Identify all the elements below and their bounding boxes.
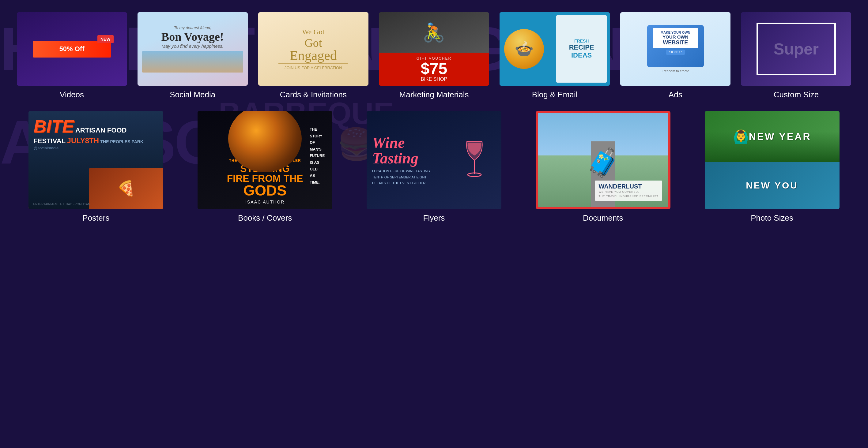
thumb-custom-size: Super	[741, 12, 851, 86]
top-row: NEW 50% Off Videos To my dearest friend,…	[0, 0, 868, 103]
flyers-tasting: Tasting	[372, 151, 453, 165]
posters-label: Posters	[83, 213, 109, 223]
thumb-videos: NEW 50% Off	[17, 12, 127, 86]
category-photo-sizes[interactable]: 🙆‍♂️ NEW YEAR NEW YOU Photo Sizes	[688, 109, 856, 225]
docs-wanderlust-box: WANDERLUST WE HAVE YOU COVERED. THE TRAV…	[595, 180, 662, 201]
photo-sizes-label: Photo Sizes	[751, 213, 793, 223]
books-story-text: THESTORYOFMAN'SFUTUREIS ASOLDASTIME.	[310, 126, 325, 186]
thumb-marketing: 🚴 GIFT VOUCHER $75 BIKE SHOP	[379, 12, 489, 86]
posters-july: JULY8TH	[67, 136, 99, 145]
thumb-blog-email: 🍲 FRESH RECIPE IDEAS	[500, 12, 610, 86]
category-books-covers[interactable]: THESTORYOFMAN'SFUTUREIS ASOLDASTIME. THE…	[181, 109, 349, 225]
social-greeting: To my dearest friend,	[174, 25, 211, 30]
marketing-top: 🚴	[379, 12, 489, 53]
posters-bite: BITE	[33, 116, 74, 136]
docs-wanderlust-title: WANDERLUST	[598, 183, 658, 190]
videos-label: Videos	[60, 90, 84, 99]
marketing-price: $75	[421, 61, 447, 76]
ads-own: YOUR OWN	[662, 34, 688, 39]
category-cards[interactable]: We Got Got Engaged JOIN US FOR A CELEBRA…	[254, 9, 373, 103]
photos-newyear-text: NEW YEAR	[749, 131, 811, 142]
thumb-books: THESTORYOFMAN'SFUTUREIS ASOLDASTIME. THE…	[197, 111, 332, 209]
docs-wanderlust-sub2: THE TRAVEL INSURANCE SPECIALIST	[598, 194, 658, 199]
ads-screen: MAKE YOUR OWN YOUR OWN WEBSITE	[653, 28, 698, 48]
photos-top-half: 🙆‍♂️ NEW YEAR	[705, 111, 839, 162]
docs-person-icon: 🧳	[586, 146, 620, 179]
ads-tagline: Freedom to create	[661, 69, 689, 73]
category-posters[interactable]: BITE ARTISAN FOOD FESTIVAL JULY8TH THE P…	[12, 109, 180, 225]
books-fire: FIRE FROM THE	[227, 173, 303, 183]
books-gods: GODS	[244, 183, 287, 198]
custom-box: Super	[756, 23, 836, 76]
main-wrapper: HAPPY THANKSGIVING AWESOME BARBEQUEGRILL…	[0, 0, 868, 448]
cards-we: We Got	[302, 28, 324, 36]
thumb-flyers: Wine Tasting LOCATION HERE OF WINE TASTI…	[367, 111, 501, 209]
posters-entertainment: ENTERTAINMENT ALL DAY FROM 11AM	[33, 203, 90, 206]
documents-label: Documents	[583, 213, 623, 223]
photos-people-icon: 🙆‍♂️	[733, 129, 749, 144]
thumb-cards: We Got Got Engaged JOIN US FOR A CELEBRA…	[258, 12, 368, 86]
ads-monitor: MAKE YOUR OWN YOUR OWN WEBSITE SIGN UP	[647, 25, 704, 67]
photos-newyou-text: NEW YOU	[746, 180, 798, 191]
posters-social: @socialmedia	[33, 146, 59, 150]
content-layer: NEW 50% Off Videos To my dearest friend,…	[0, 0, 868, 448]
category-blog-email[interactable]: 🍲 FRESH RECIPE IDEAS Blog & Email	[495, 9, 614, 103]
category-flyers[interactable]: Wine Tasting LOCATION HERE OF WINE TASTI…	[350, 109, 518, 225]
books-label: Books / Covers	[238, 213, 292, 223]
category-marketing[interactable]: 🚴 GIFT VOUCHER $75 BIKE SHOP Marketing M…	[374, 9, 493, 103]
marketing-shop: BIKE SHOP	[421, 76, 447, 82]
docs-wanderlust-sub1: WE HAVE YOU COVERED.	[598, 190, 658, 194]
flyers-wine: Wine	[372, 134, 453, 151]
thumb-documents: 🧳 WANDERLUST WE HAVE YOU COVERED. THE TR…	[536, 111, 671, 209]
social-media-label: Social Media	[170, 90, 215, 99]
new-badge: NEW	[97, 35, 114, 43]
cards-engaged: Engaged	[290, 49, 337, 62]
blog-text-box: FRESH RECIPE IDEAS	[556, 15, 607, 82]
thumb-ads: MAKE YOUR OWN YOUR OWN WEBSITE SIGN UP F…	[620, 12, 731, 86]
social-subtitle: May you find every happiness.	[161, 43, 224, 49]
social-beach	[142, 51, 243, 72]
category-videos[interactable]: NEW 50% Off Videos	[12, 9, 131, 103]
flyers-details: LOCATION HERE OF WINE TASTING TENTH OF S…	[372, 168, 453, 186]
discount-text: 50% Off	[59, 45, 85, 53]
ads-label: Ads	[669, 90, 682, 99]
books-author: ISAAC AUTHOR	[245, 200, 284, 204]
social-title: Bon Voyage!	[161, 30, 224, 43]
books-planet	[228, 111, 302, 172]
blog-plate: 🍲	[504, 29, 544, 69]
blog-fresh: FRESH	[574, 39, 589, 43]
ads-website: WEBSITE	[663, 39, 688, 46]
ads-make: MAKE YOUR OWN	[661, 31, 690, 34]
marketing-label: Marketing Materials	[399, 90, 469, 99]
posters-park: THE PEOPLES PARK	[100, 139, 144, 144]
blog-recipe: RECIPE	[569, 43, 594, 51]
thumb-photo-sizes: 🙆‍♂️ NEW YEAR NEW YOU	[705, 111, 839, 209]
thumb-posters: BITE ARTISAN FOOD FESTIVAL JULY8TH THE P…	[29, 111, 163, 209]
blog-email-label: Blog & Email	[532, 90, 578, 99]
cards-divider	[278, 63, 348, 64]
category-social-media[interactable]: To my dearest friend, Bon Voyage! May yo…	[133, 9, 252, 103]
category-documents[interactable]: 🧳 WANDERLUST WE HAVE YOU COVERED. THE TR…	[519, 109, 687, 225]
ads-signup: SIGN UP	[666, 49, 685, 55]
photos-bottom-half: NEW YOU	[705, 162, 839, 209]
custom-size-label: Custom Size	[774, 90, 819, 99]
blog-ideas: IDEAS	[571, 51, 592, 59]
custom-preview-text: Super	[774, 40, 819, 58]
flyers-label: Flyers	[423, 213, 445, 223]
biker-icon: 🚴	[422, 22, 445, 43]
marketing-bottom: GIFT VOUCHER $75 BIKE SHOP	[379, 53, 489, 86]
thumb-social-media: To my dearest friend, Bon Voyage! May yo…	[137, 12, 248, 86]
cards-label: Cards & Invitations	[280, 90, 347, 99]
wine-glass-icon	[462, 139, 487, 181]
cards-got: Got	[305, 36, 322, 49]
posters-food-img: 🍕	[89, 168, 163, 209]
category-ads[interactable]: MAKE YOUR OWN YOUR OWN WEBSITE SIGN UP F…	[616, 9, 735, 103]
flyers-text-area: Wine Tasting LOCATION HERE OF WINE TASTI…	[372, 116, 453, 204]
flyers-glass-area	[453, 116, 496, 204]
bottom-row: BITE ARTISAN FOOD FESTIVAL JULY8TH THE P…	[0, 103, 868, 225]
category-custom-size[interactable]: Super Custom Size	[737, 9, 856, 103]
cards-sub: JOIN US FOR A CELEBRATION	[284, 66, 342, 70]
